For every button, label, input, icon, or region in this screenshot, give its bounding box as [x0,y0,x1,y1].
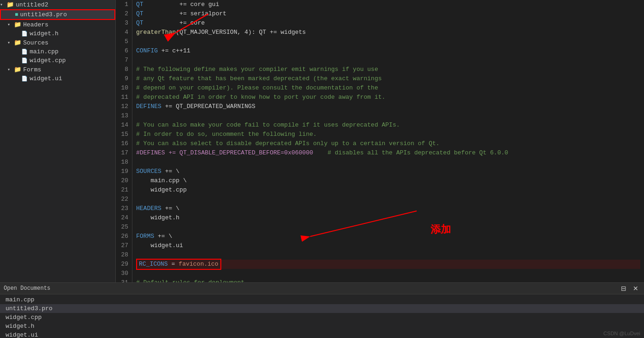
code-line-13 [136,111,640,121]
code-line-16: # You can also select to disable depreca… [136,139,640,148]
code-line-31: # Default rules for deployment. [136,278,640,282]
line-num-3: 3 [119,19,128,28]
line-num-30: 30 [119,269,128,278]
line-num-11: 11 [119,93,128,102]
line-num-4: 4 [119,28,128,37]
line-num-1: 1 [119,0,128,9]
bottom-panel: Open Documents ⊟ ✕ main.cppuntitled3.pro… [0,282,644,338]
code-editor: 1234567891011121314151617181920212223242… [116,0,644,282]
line-num-10: 10 [119,83,128,93]
line-num-5: 5 [119,37,128,46]
code-line-10: # depend on your compiler). Please consu… [136,83,640,93]
code-line-14: # You can also make your code fail to co… [136,121,640,130]
line-num-2: 2 [119,9,128,19]
bottom-close-btn[interactable]: ✕ [631,285,640,292]
sidebar: ▾📁untitled2 ■untitled3.pro▾📁Headers 📄wid… [0,0,116,282]
tree-item-Sources[interactable]: ▾📁Sources [0,38,115,47]
tree-item-widget.h[interactable]: 📄widget.h [0,29,115,38]
doc-item-widget.ui[interactable]: widget.ui [0,331,644,338]
code-line-5 [136,37,640,46]
line-num-8: 8 [119,65,128,74]
code-line-30 [136,269,640,278]
bottom-split-btn[interactable]: ⊟ [619,285,628,292]
code-line-7 [136,56,640,65]
code-line-4: greaterThan(QT_MAJOR_VERSION, 4): QT += … [136,28,640,37]
tree-item-widget.cpp[interactable]: 📄widget.cpp [0,56,115,65]
open-docs-list: main.cppuntitled3.prowidget.cppwidget.hw… [0,294,644,338]
code-line-28 [136,250,640,260]
code-line-11: # deprecated API in order to know how to… [136,93,640,102]
tree-item-Forms[interactable]: ▾📁Forms [0,65,115,74]
line-num-16: 16 [119,139,128,148]
code-line-9: # any Qt feature that has been marked de… [136,74,640,83]
code-line-21: widget.cpp [136,185,640,195]
code-line-8: # The following define makes your compil… [136,65,640,74]
line-num-9: 9 [119,74,128,83]
code-line-17: #DEFINES += QT_DISABLE_DEPRECATED_BEFORE… [136,148,640,158]
code-line-26: FORMS += \ [136,232,640,241]
tree-item-untitled2[interactable]: ▾📁untitled2 [0,0,115,9]
line-num-17: 17 [119,148,128,158]
line-num-18: 18 [119,158,128,167]
line-num-23: 23 [119,204,128,213]
line-num-26: 26 [119,232,128,241]
code-line-24: widget.h [136,213,640,223]
line-num-14: 14 [119,121,128,130]
line-num-27: 27 [119,241,128,250]
add-annotation: 添加 [431,223,451,236]
code-line-15: # In order to do so, uncomment the follo… [136,130,640,139]
line-num-24: 24 [119,213,128,223]
line-num-21: 21 [119,185,128,195]
code-line-25 [136,223,640,232]
code-content: QT += core guiQT += serialportQT += core… [132,0,644,282]
line-num-6: 6 [119,46,128,56]
doc-item-main.cpp[interactable]: main.cpp [0,295,644,304]
line-num-20: 20 [119,176,128,185]
doc-item-widget.cpp[interactable]: widget.cpp [0,313,644,322]
line-numbers: 1234567891011121314151617181920212223242… [116,0,132,282]
line-num-7: 7 [119,56,128,65]
code-line-19: SOURCES += \ [136,167,640,176]
code-line-29: RC_ICONS = favicon.ico [136,260,640,269]
tree-item-main.cpp[interactable]: 📄main.cpp [0,47,115,56]
bottom-header: Open Documents ⊟ ✕ [0,283,644,294]
open-docs-title: Open Documents [4,285,50,292]
code-line-12: DEFINES += QT_DEPRECATED_WARNINGS [136,102,640,111]
code-line-6: CONFIG += c++11 [136,46,640,56]
tree-item-untitled3.pro[interactable]: ■untitled3.pro [0,9,115,20]
line-num-31: 31 [119,278,128,282]
line-num-25: 25 [119,223,128,232]
tree-item-widget.ui[interactable]: 📄widget.ui [0,74,115,83]
code-line-2: QT += serialport [136,9,640,19]
code-line-3: QT += core [136,19,640,28]
doc-item-widget.h[interactable]: widget.h [0,322,644,331]
watermark: CSDN @LuDvei [603,331,640,336]
tree-item-Headers[interactable]: ▾📁Headers [0,20,115,29]
code-line-20: main.cpp \ [136,176,640,185]
line-num-19: 19 [119,167,128,176]
line-num-12: 12 [119,102,128,111]
line-num-29: 29 [119,260,128,269]
doc-item-untitled3.pro[interactable]: untitled3.pro [0,304,644,313]
line-num-22: 22 [119,195,128,204]
code-line-22 [136,195,640,204]
line-num-15: 15 [119,130,128,139]
line-num-13: 13 [119,111,128,121]
code-line-23: HEADERS += \ [136,204,640,213]
line-num-28: 28 [119,250,128,260]
code-line-27: widget.ui [136,241,640,250]
code-line-18 [136,158,640,167]
code-line-1: QT += core gui [136,0,640,9]
